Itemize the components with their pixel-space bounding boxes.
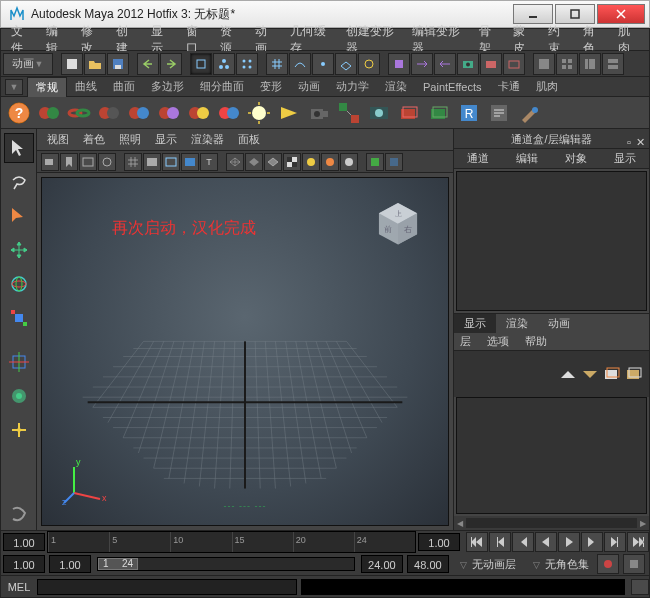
shelf-spotlight-icon[interactable] [275, 99, 303, 127]
vp-textured-icon[interactable] [283, 153, 301, 171]
select-tool[interactable] [4, 133, 34, 163]
vp-wireframe-shaded-icon[interactable] [264, 153, 282, 171]
layer-menu-options[interactable]: 选项 [487, 334, 509, 349]
vp-high-quality-icon[interactable] [340, 153, 358, 171]
shelf-tab-deform[interactable]: 变形 [252, 77, 290, 96]
range-end-field[interactable]: 24.00 [361, 555, 403, 573]
vp-menu-panels[interactable]: 面板 [232, 130, 266, 149]
shelf-plane-icon[interactable] [185, 99, 213, 127]
shelf-options-button[interactable]: ▼ [5, 79, 23, 95]
paint-select-tool[interactable] [4, 201, 34, 231]
move-tool[interactable] [4, 235, 34, 265]
play-back-button[interactable] [535, 532, 557, 552]
shelf-tab-dynamics[interactable]: 动力学 [328, 77, 377, 96]
shelf-render-icon[interactable] [365, 99, 393, 127]
new-scene-button[interactable] [61, 53, 83, 75]
range-slider[interactable]: 1 24 [97, 557, 355, 571]
shelf-cube-icon[interactable] [155, 99, 183, 127]
layout-4pane-button[interactable] [556, 53, 578, 75]
layer-new-selected-icon[interactable] [625, 365, 643, 383]
shelf-tab-painteffects[interactable]: PaintEffects [415, 79, 490, 95]
shelf-tab-rendering[interactable]: 渲染 [377, 77, 415, 96]
time-ruler[interactable]: 1 5 10 15 20 24 [47, 531, 416, 553]
layer-new-empty-icon[interactable] [603, 365, 621, 383]
shelf-paint-icon[interactable] [515, 99, 543, 127]
shelf-tab-toon[interactable]: 卡通 [490, 77, 528, 96]
shelf-tab-animation[interactable]: 动画 [290, 77, 328, 96]
go-start-button[interactable] [466, 532, 488, 552]
range-start-anim-field[interactable]: 1.00 [3, 555, 45, 573]
play-forward-button[interactable] [558, 532, 580, 552]
vp-xray-icon[interactable] [385, 153, 403, 171]
render-globals-button[interactable] [503, 53, 525, 75]
current-frame-start-field[interactable]: 1.00 [3, 533, 45, 551]
ipr-render-button[interactable] [480, 53, 502, 75]
lasso-tool[interactable] [4, 167, 34, 197]
vp-bookmark-icon[interactable] [60, 153, 78, 171]
vp-menu-view[interactable]: 视图 [41, 130, 75, 149]
step-back-button[interactable] [489, 532, 511, 552]
shelf-tab-curves[interactable]: 曲线 [67, 77, 105, 96]
view-cube[interactable]: 上 前 右 [372, 196, 424, 248]
shelf-tab-subdiv[interactable]: 细分曲面 [192, 77, 252, 96]
character-set-selector[interactable]: ▽ 无角色集 [524, 557, 597, 572]
undo-button[interactable] [137, 53, 159, 75]
viewport[interactable]: 再次启动，汉化完成 [41, 177, 449, 526]
script-lang-label[interactable]: MEL [1, 581, 37, 593]
range-handle-inner[interactable]: 1 24 [98, 558, 138, 570]
layout-hypershade-button[interactable] [602, 53, 624, 75]
shelf-light-icon[interactable] [245, 99, 273, 127]
vp-wireframe-icon[interactable] [226, 153, 244, 171]
tab-object[interactable]: 对象 [552, 149, 601, 168]
tab-anim[interactable]: 动画 [538, 314, 580, 333]
vp-menu-lighting[interactable]: 照明 [113, 130, 147, 149]
shelf-tab-polygons[interactable]: 多边形 [143, 77, 192, 96]
shelf-tab-muscle[interactable]: 肌肉 [528, 77, 566, 96]
shelf-sphere-icon[interactable] [35, 99, 63, 127]
construction-history-button[interactable] [434, 53, 456, 75]
command-input[interactable] [37, 579, 297, 595]
universal-manip-tool[interactable] [4, 347, 34, 377]
layout-outliner-button[interactable] [579, 53, 601, 75]
anim-prefs-button[interactable] [623, 554, 645, 574]
shelf-layer-green-icon[interactable] [425, 99, 453, 127]
panel-detach-icon[interactable]: ▫ [627, 132, 631, 152]
snap-point-button[interactable] [312, 53, 334, 75]
prev-key-button[interactable] [512, 532, 534, 552]
layer-move-down-icon[interactable] [581, 367, 599, 381]
shelf-red-icon[interactable] [215, 99, 243, 127]
history-toggle-button[interactable] [388, 53, 410, 75]
render-button[interactable] [457, 53, 479, 75]
shelf-layer-red-icon[interactable] [395, 99, 423, 127]
vp-menu-show[interactable]: 显示 [149, 130, 183, 149]
autokey-button[interactable] [597, 554, 619, 574]
shelf-reference-icon[interactable]: R [455, 99, 483, 127]
scale-tool[interactable] [4, 303, 34, 333]
rotate-tool[interactable] [4, 269, 34, 299]
layout-1pane-button[interactable] [533, 53, 555, 75]
panel-close-icon[interactable]: ✕ [636, 132, 645, 152]
vp-grid-icon[interactable] [124, 153, 142, 171]
vp-resolution-gate-icon[interactable] [162, 153, 180, 171]
snap-curve-button[interactable] [289, 53, 311, 75]
step-forward-button[interactable] [604, 532, 626, 552]
vp-isolate-select-icon[interactable] [366, 153, 384, 171]
shelf-cylinder-icon[interactable] [95, 99, 123, 127]
vp-menu-renderer[interactable]: 渲染器 [185, 130, 230, 149]
vp-field-chart-icon[interactable]: T [200, 153, 218, 171]
shelf-tab-surfaces[interactable]: 曲面 [105, 77, 143, 96]
sel-component-button[interactable] [236, 53, 258, 75]
range-end-anim-field[interactable]: 48.00 [407, 555, 449, 573]
tab-channels[interactable]: 通道 [454, 149, 503, 168]
snap-grid-button[interactable] [266, 53, 288, 75]
layer-menu-layers[interactable]: 层 [460, 334, 471, 349]
shelf-script-icon[interactable] [485, 99, 513, 127]
shelf-camera-icon[interactable] [305, 99, 333, 127]
vp-menu-shading[interactable]: 着色 [77, 130, 111, 149]
tab-display[interactable]: 显示 [454, 314, 496, 333]
show-manip-tool[interactable] [4, 415, 34, 445]
current-frame-end-field[interactable]: 1.00 [418, 533, 460, 551]
snap-live-button[interactable] [358, 53, 380, 75]
soft-mod-tool[interactable] [4, 381, 34, 411]
shelf-torus-icon[interactable] [65, 99, 93, 127]
